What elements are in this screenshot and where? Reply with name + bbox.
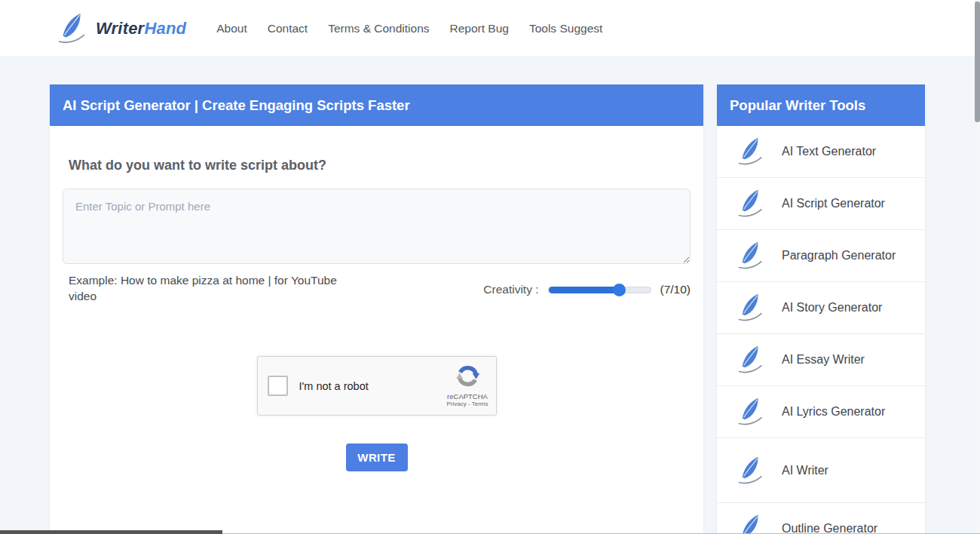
prompt-question-label: What do you want to write script about? (69, 158, 691, 173)
recaptcha-brand-text: reCAPTCHA (447, 392, 488, 401)
creativity-value: (7/10) (660, 283, 691, 296)
sidebar-title: Popular Writer Tools (730, 97, 865, 114)
writerhand-feather-icon (737, 344, 765, 376)
sidebar-item-ai-story-generator[interactable]: AI Story Generator (717, 282, 925, 334)
recaptcha-links-separator: - (468, 400, 470, 407)
sidebar-item-ai-lyrics-generator[interactable]: AI Lyrics Generator (717, 386, 925, 438)
recaptcha-links: Privacy - Terms (447, 400, 488, 408)
vertical-scrollbar-track[interactable] (975, 0, 980, 534)
recaptcha-widget: I'm not a robot reCAPTCHA Privacy - (257, 356, 497, 416)
creativity-slider-thumb[interactable] (613, 284, 626, 296)
top-navbar: WriterHand About Contact Terms & Conditi… (0, 0, 980, 57)
sidebar-header: Popular Writer Tools (717, 84, 925, 126)
nav-links: About Contact Terms & Conditions Report … (216, 22, 602, 35)
topic-prompt-input[interactable] (63, 189, 691, 264)
nav-link-terms[interactable]: Terms & Conditions (328, 22, 429, 35)
panel-body: What do you want to write script about? … (50, 158, 703, 471)
tool-label: AI Text Generator (782, 145, 876, 158)
script-generator-panel: AI Script Generator | Create Engaging Sc… (50, 84, 703, 534)
writerhand-feather-icon (737, 136, 765, 167)
tool-label: AI Lyrics Generator (782, 405, 885, 419)
nav-link-contact[interactable]: Contact (268, 22, 308, 35)
tool-label: Outline Generator (782, 522, 877, 534)
panel-header: AI Script Generator | Create Engaging Sc… (50, 84, 703, 126)
meta-row: Example: How to make pizza at home | for… (63, 272, 691, 304)
sidebar-item-outline-generator[interactable]: Outline Generator (717, 503, 925, 534)
creativity-slider-fill (549, 287, 620, 293)
tool-label: AI Writer (782, 464, 828, 477)
recaptcha-branding: reCAPTCHA Privacy - Terms (447, 364, 488, 409)
creativity-slider[interactable] (548, 287, 651, 293)
recaptcha-label: I'm not a robot (299, 380, 369, 392)
page-content: AI Script Generator | Create Engaging Sc… (0, 57, 980, 534)
write-button[interactable]: WRITE (346, 443, 408, 471)
tool-label: AI Script Generator (782, 197, 885, 210)
writerhand-feather-icon (737, 188, 765, 219)
sidebar-item-ai-writer[interactable]: AI Writer (717, 438, 925, 503)
writerhand-feather-icon (737, 396, 765, 428)
writerhand-feather-icon (57, 11, 88, 47)
recaptcha-checkbox[interactable] (268, 376, 288, 396)
creativity-label: Creativity : (483, 283, 538, 296)
writerhand-feather-icon (737, 292, 765, 324)
recaptcha-logo-icon (455, 378, 480, 391)
tool-label: AI Story Generator (782, 301, 882, 315)
nav-link-tools-suggest[interactable]: Tools Suggest (529, 22, 602, 35)
creativity-control: Creativity : (7/10) (483, 272, 691, 304)
vertical-scrollbar-thumb[interactable] (975, 2, 980, 122)
horizontal-scrollbar-thumb[interactable] (0, 530, 222, 534)
popular-tools-sidebar: Popular Writer Tools AI Text Generator A… (717, 84, 925, 534)
writerhand-logo[interactable]: WriterHand (57, 11, 186, 47)
writerhand-feather-icon (737, 513, 765, 534)
sidebar-item-ai-essay-writer[interactable]: AI Essay Writer (717, 334, 925, 386)
tool-label: AI Essay Writer (782, 353, 865, 367)
sidebar-item-ai-text-generator[interactable]: AI Text Generator (717, 126, 925, 178)
example-hint: Example: How to make pizza at home | for… (69, 272, 364, 304)
nav-link-about[interactable]: About (216, 22, 247, 35)
recaptcha-privacy-link[interactable]: Privacy (447, 400, 467, 407)
brand-text: WriterHand (96, 19, 186, 38)
writerhand-feather-icon (737, 455, 765, 486)
recaptcha-terms-link[interactable]: Terms (472, 400, 488, 407)
writerhand-feather-icon (737, 240, 765, 272)
nav-link-report-bug[interactable]: Report Bug (450, 22, 509, 35)
page-title: AI Script Generator | Create Engaging Sc… (63, 97, 410, 114)
sidebar-item-ai-script-generator[interactable]: AI Script Generator (717, 178, 925, 230)
sidebar-item-paragraph-generator[interactable]: Paragraph Generator (717, 230, 925, 282)
tool-label: Paragraph Generator (782, 249, 896, 262)
